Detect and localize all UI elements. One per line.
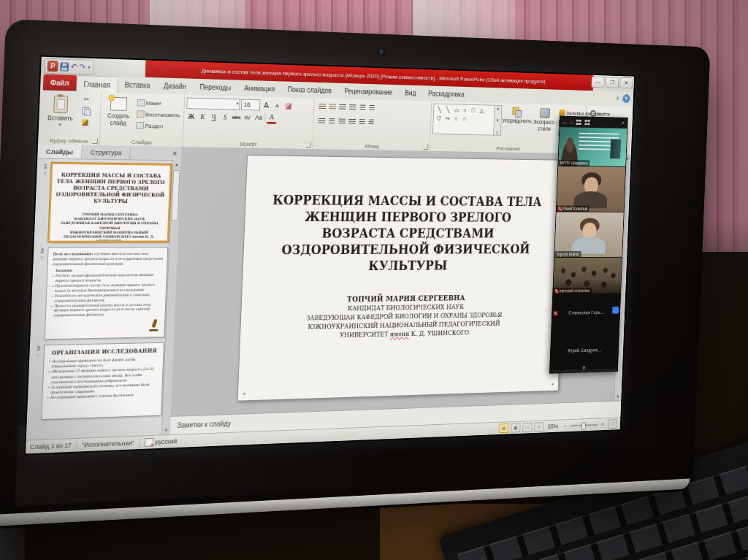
muted-mic-icon [558,207,562,210]
scroll-up-icon[interactable]: ▲ [172,160,181,169]
participant-name: Станислав Горь... [568,310,604,316]
shapes-gallery[interactable]: ╲ ╲ ▭ ○ □ △ ▽ ⇒ ○ ☆ [432,104,495,136]
section-button[interactable]: Раздел [134,120,181,131]
paste-dropdown-icon[interactable]: ▾ [59,122,61,127]
font-dialog-launcher-icon[interactable] [305,142,310,148]
cut-button[interactable]: ✂ [81,94,92,104]
scroll-down-icon[interactable]: ▼ [614,393,622,401]
numbering-button[interactable] [329,104,336,110]
group-paragraph: Абзац [313,98,432,150]
webcam [379,49,386,56]
chevron-down-icon[interactable]: ∨ [582,365,586,371]
tab-view[interactable]: Вид [398,85,422,100]
slide-thumbnail-3[interactable]: ОРГАНІЗАЦИЯ ИССЛЕДОВАНИЯ •Исследование п… [41,342,164,420]
underline-button[interactable]: Ч [209,111,219,122]
participant-tile[interactable]: Станислав Горь... [552,294,620,332]
slide-thumbnail-1[interactable]: КОРРЕКЦИЯ МАССЫ И СОСТАВА ТЕЛА ЖЕНЩИН ПЕ… [48,163,172,242]
quick-styles-button[interactable]: Экспресс-стили [532,106,557,146]
clear-formatting-button[interactable] [283,101,294,112]
slide-thumbnail-2[interactable]: Цель исследования: изучение массы и сост… [45,247,169,340]
strikethrough-button[interactable]: abc [232,112,242,123]
tab-animation[interactable]: Анимация [237,80,282,97]
participant-name: евгений отаченко [560,288,590,294]
tab-slideshow[interactable]: Показ слайдов [280,81,338,98]
participant-tile[interactable]: евгений отаченко [553,258,622,295]
powerpoint-app-icon[interactable]: P [47,61,58,72]
shrink-font-button[interactable]: А [272,100,283,111]
layout-icon [137,99,145,107]
layout-button[interactable]: Макет [136,98,183,109]
muted-mic-icon [555,289,559,293]
minimize-button[interactable]: — [591,77,605,88]
collapse-ribbon-icon[interactable]: ∧ [616,96,619,101]
bold-button[interactable]: Ж [186,110,196,121]
decrease-indent-button[interactable] [339,104,346,110]
tab-slides-pane[interactable]: Слайды [37,145,83,159]
paste-button[interactable]: Вставить ▾ [40,93,80,137]
align-center-button[interactable] [329,118,335,125]
smartart-convert-button[interactable] [369,119,374,126]
expand-panel-icon[interactable]: ↗ [621,120,625,126]
align-left-button[interactable] [318,118,325,124]
panel-action-button[interactable] [612,307,619,314]
reset-button[interactable]: Восстановить [135,109,182,120]
clipboard-dialog-launcher-icon[interactable] [92,138,98,144]
columns-button[interactable] [359,119,365,126]
font-name-dropdown-icon[interactable]: ▾ [236,101,238,107]
scissors-icon: ✂ [83,95,91,103]
character-spacing-button[interactable]: AV [243,112,253,123]
tab-design[interactable]: Дизайн [156,77,193,94]
tab-storyboarding[interactable]: Раскадровка [422,85,471,101]
text-direction-button[interactable] [369,104,374,111]
line-spacing-button[interactable] [360,104,366,111]
current-slide[interactable]: КОРРЕКЦИЯ МАССЫ И СОСТАВА ТЕЛА ЖЕНЩИН ПЕ… [237,155,568,402]
close-pane-icon[interactable]: ✕ [168,147,182,161]
group-slides: Создать слайд Макет Восстановить Раздел … [99,93,185,147]
participant-tile[interactable]: Topchii Mariia [554,212,624,258]
placeholder-handle[interactable] [552,383,553,386]
close-button[interactable]: ✕ [619,77,633,89]
italic-button[interactable]: К [197,111,207,122]
placeholder-handle[interactable] [243,393,245,395]
tab-review[interactable]: Рецензирование [337,83,399,100]
group-font: ▾ 16 А А Ж К Ч S abc AV Aa [183,95,314,149]
speaker-view-icon[interactable]: □ [570,120,573,124]
paragraph-dialog-launcher-icon[interactable] [423,144,428,149]
tab-file[interactable]: Файл [43,74,77,91]
minimize-panel-icon[interactable]: — [562,120,567,124]
font-color-button[interactable]: А [267,112,277,124]
tab-outline-pane[interactable]: Структура [82,145,131,160]
arrange-button[interactable]: Упорядочить [500,105,533,145]
copy-button[interactable] [80,106,91,116]
slide-thumbnail-row: 2 ☆ Цель исследования: изучение массы и … [33,247,168,340]
undo-icon[interactable]: ↶ [71,63,77,71]
participant-tile[interactable]: Pavel Kvachuk [557,166,626,212]
grid-view-icon[interactable] [584,120,589,125]
help-icon[interactable]: ? [622,94,630,103]
tab-transitions[interactable]: Переходы [193,79,238,96]
font-size-select[interactable]: 16 [241,99,261,111]
paste-icon [53,96,68,113]
align-right-button[interactable] [338,118,346,125]
tab-home[interactable]: Главная [76,75,118,93]
qat-dropdown-icon[interactable]: ▾ [88,64,91,70]
slide-subtitle[interactable]: ТОПЧИЙ МАРИЯ СЕРГЕЕВНА КАНДИДАТ БИОЛОГИЧ… [240,293,562,341]
restore-button[interactable]: ❐ [606,77,619,88]
increase-indent-button[interactable] [349,104,356,111]
change-case-button[interactable]: Aa [253,112,264,123]
bullets-button[interactable] [318,104,326,110]
justify-button[interactable] [348,118,356,125]
slide-title[interactable]: КОРРЕКЦИЯ МАССЫ И СОСТАВА ТЕЛА ЖЕНЩИН ПЕ… [263,192,547,275]
new-slide-button[interactable]: Создать слайд [102,95,135,139]
gallery-view-icon[interactable] [576,120,581,125]
format-painter-button[interactable] [80,117,91,127]
tab-insert[interactable]: Вставка [118,77,157,93]
save-icon[interactable] [60,62,69,71]
font-name-select[interactable]: ▾ [186,98,240,110]
participant-tile[interactable]: МГПУ Шашкина [558,127,627,167]
grow-font-button[interactable]: А [262,100,272,111]
microscope-image [148,319,159,331]
redo-icon[interactable]: ↷ [79,63,85,71]
text-shadow-button[interactable]: S [220,112,230,123]
animation-star-icon: ☆ [39,170,51,176]
